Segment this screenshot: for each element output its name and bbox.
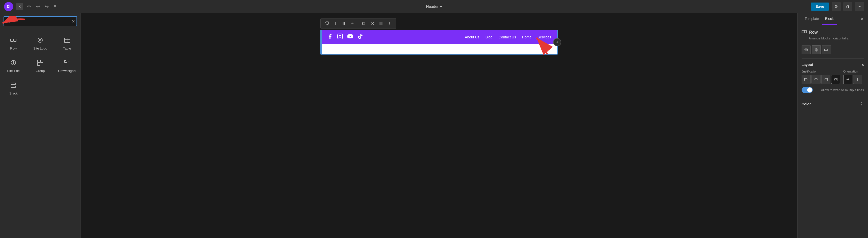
stack-icon [10, 82, 17, 89]
more-options-icon[interactable]: ⋯ [855, 2, 864, 11]
tab-block[interactable]: Block [822, 13, 837, 25]
facebook-icon[interactable] [327, 33, 333, 41]
svg-rect-2 [13, 39, 16, 41]
nav-home[interactable]: Home [522, 35, 531, 39]
alignment-row [802, 45, 864, 54]
layout-section: Layout ∧ Justification [802, 63, 864, 93]
svg-point-3 [38, 38, 42, 42]
align-center-icon[interactable] [331, 20, 339, 28]
close-editor-button[interactable]: ✕ [16, 3, 23, 10]
undo-icon[interactable]: ↩ [35, 3, 41, 10]
align-full-width-btn[interactable] [802, 45, 811, 54]
align-left-edge-icon[interactable] [360, 20, 368, 28]
svg-point-24 [343, 23, 344, 24]
add-block-toolbar-icon[interactable] [368, 20, 376, 28]
tiktok-icon[interactable] [357, 33, 363, 41]
align-center-btn[interactable] [812, 45, 821, 54]
svg-rect-10 [37, 60, 40, 62]
background-icon[interactable] [377, 20, 385, 28]
justify-left-btn[interactable] [802, 75, 811, 84]
justification-orientation-row: Justification [802, 70, 864, 84]
add-block-button[interactable]: + [553, 38, 561, 46]
pencil-icon[interactable]: ✏ [26, 3, 32, 10]
instagram-icon[interactable] [337, 33, 343, 41]
block-item-crowdsignal[interactable]: Crowdsignal [54, 54, 81, 77]
nav-blog[interactable]: Blog [486, 35, 493, 39]
block-item-group[interactable]: Group [27, 54, 54, 77]
svg-rect-15 [65, 60, 66, 61]
divi-logo[interactable]: DI [4, 2, 13, 11]
svg-rect-12 [37, 63, 40, 65]
block-item-stack[interactable]: Stack [0, 77, 27, 99]
align-wide-btn[interactable] [822, 45, 831, 54]
svg-point-27 [344, 24, 345, 25]
search-input[interactable] [3, 16, 77, 26]
settings-icon[interactable]: ⚙ [832, 2, 841, 11]
crowdsignal-label: Crowdsignal [58, 69, 76, 73]
toggle-thumb [807, 87, 812, 92]
wrap-toggle[interactable] [802, 87, 813, 93]
left-border-accent [321, 30, 322, 54]
move-up-icon[interactable] [348, 20, 356, 28]
block-item-site-logo[interactable]: Site Logo [27, 32, 54, 54]
header-white-bar [321, 44, 557, 54]
svg-rect-16 [11, 83, 16, 84]
search-container: ✕ [0, 13, 81, 29]
justify-stretch-btn[interactable] [831, 75, 840, 84]
duplicate-icon[interactable] [323, 20, 331, 28]
justification-label: Justification [802, 70, 840, 73]
block-item-row[interactable]: Row [0, 32, 27, 54]
site-logo-label: Site Logo [33, 47, 47, 50]
justify-center-btn[interactable] [811, 75, 820, 84]
top-bar: DI ✕ ✏ ↩ ↪ ≡ Header ▾ Save ⚙ ◑ ⋯ [0, 0, 868, 13]
drag-handle-icon[interactable] [340, 20, 348, 28]
site-title-icon [10, 59, 17, 67]
youtube-icon[interactable] [347, 33, 353, 41]
block-toolbar: ⋮ [320, 18, 396, 29]
more-options-toolbar-icon[interactable]: ⋮ [385, 20, 394, 28]
svg-rect-56 [835, 79, 837, 80]
orientation-buttons [843, 75, 864, 84]
header-block: About Us Blog Contact Us Home Services + [320, 30, 558, 55]
search-clear-icon[interactable]: ✕ [72, 19, 75, 24]
nav-services[interactable]: Services [537, 35, 551, 39]
left-panel: ✕ Row [0, 13, 81, 238]
nav-contact[interactable]: Contact Us [499, 35, 516, 39]
page-title: Header [426, 4, 438, 8]
crowdsignal-icon [64, 59, 70, 67]
orientation-label: Orientation [843, 70, 864, 73]
layout-collapse-icon[interactable]: ∧ [862, 63, 864, 67]
right-panel: Template Block ✕ Row Arrange blocks hori… [797, 13, 868, 238]
color-menu-icon[interactable]: ⋮ [860, 101, 864, 107]
canvas-wrapper: About Us Blog Contact Us Home Services + [320, 30, 558, 55]
svg-rect-19 [326, 22, 329, 24]
contrast-icon[interactable]: ◑ [843, 2, 852, 11]
nav-about[interactable]: About Us [465, 35, 479, 39]
save-button[interactable]: Save [811, 2, 829, 10]
block-item-table[interactable]: Table [54, 32, 81, 54]
wrap-toggle-row: Allow to wrap to multiple lines [802, 87, 864, 93]
table-label: Table [63, 47, 71, 50]
top-bar-left: DI ✕ ✏ ↩ ↪ ≡ [4, 2, 58, 11]
justify-right-btn[interactable] [821, 75, 830, 84]
site-logo-icon [37, 37, 43, 44]
menu-icon[interactable]: ≡ [53, 3, 58, 10]
color-section: Color ⋮ [802, 101, 864, 107]
orient-horizontal-btn[interactable] [843, 75, 852, 84]
right-panel-close-icon[interactable]: ✕ [860, 16, 864, 22]
group-icon [37, 59, 43, 67]
svg-rect-11 [40, 60, 43, 62]
top-bar-right: Save ⚙ ◑ ⋯ [811, 2, 864, 11]
svg-rect-29 [363, 23, 365, 24]
svg-point-25 [344, 23, 345, 24]
section-divider-2 [802, 97, 864, 97]
tab-template[interactable]: Template [802, 13, 822, 25]
nav-links: About Us Blog Contact Us Home Services [465, 35, 551, 39]
chevron-down-icon[interactable]: ▾ [440, 4, 442, 9]
block-item-site-title[interactable]: Site Title [0, 54, 27, 77]
redo-icon[interactable]: ↪ [44, 3, 50, 10]
svg-point-35 [339, 35, 341, 37]
svg-point-26 [343, 24, 344, 25]
svg-rect-33 [379, 22, 382, 25]
orient-vertical-btn[interactable] [853, 75, 862, 84]
